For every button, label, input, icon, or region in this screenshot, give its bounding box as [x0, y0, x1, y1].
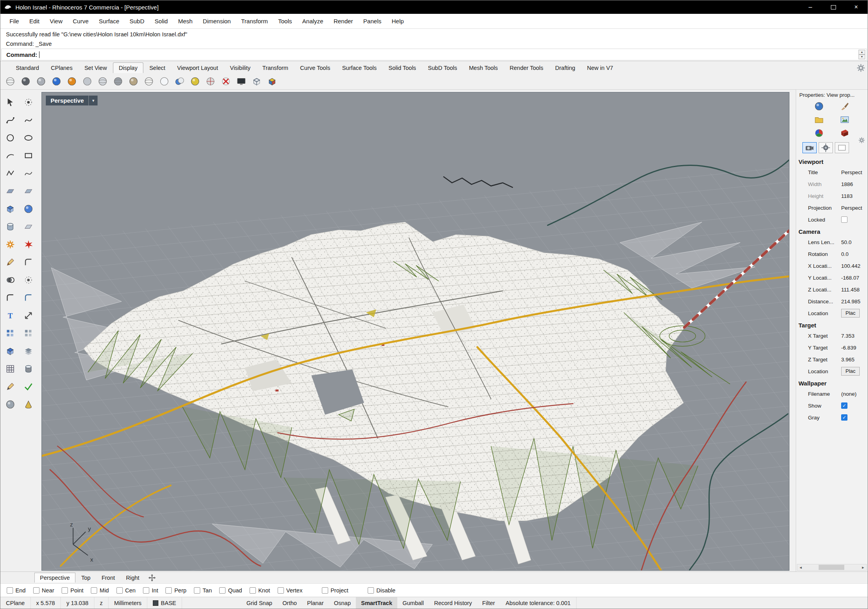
point-checkbox[interactable] [62, 587, 68, 594]
wallpaper-properties-button[interactable] [835, 142, 849, 153]
backface-display-icon[interactable] [204, 75, 217, 88]
tab-viewport-layout[interactable]: Viewport Layout [171, 62, 224, 73]
end-checkbox[interactable] [7, 587, 13, 594]
technical-display-icon[interactable] [111, 75, 125, 88]
lens-properties-button[interactable] [819, 142, 833, 153]
toolbar-gear-icon[interactable] [856, 63, 864, 71]
viewport-menu-arrow-icon[interactable]: ▼ [89, 96, 98, 105]
cylinder-tool-icon[interactable] [2, 220, 19, 234]
array-tool-icon[interactable] [2, 326, 19, 340]
viewport-title[interactable]: Perspective [46, 96, 88, 105]
boolean-tool-icon[interactable] [2, 273, 19, 287]
show-checkbox[interactable]: ✓ [841, 402, 847, 409]
tab-subd-tools[interactable]: SubD Tools [422, 62, 463, 73]
connect-tool-icon[interactable] [20, 255, 37, 269]
drafting-tool-icon[interactable] [2, 380, 19, 394]
surface-patch-tool-icon[interactable] [20, 184, 37, 198]
menu-subd[interactable]: SubD [124, 14, 150, 28]
command-input[interactable]: Command: ▲ ▼ [1, 49, 867, 60]
osnap-point[interactable]: Point [62, 587, 83, 594]
join-tool-icon[interactable] [2, 291, 19, 305]
wireframe-display-icon[interactable] [4, 75, 17, 88]
project-checkbox[interactable] [322, 587, 328, 594]
menu-dimension[interactable]: Dimension [198, 14, 236, 28]
rendered-display-icon[interactable] [50, 75, 63, 88]
extrude-tool-icon[interactable] [20, 220, 37, 234]
osnap-end[interactable]: End [7, 587, 26, 594]
column-tool-icon[interactable] [20, 362, 37, 376]
tab-render-tools[interactable]: Render Tools [504, 62, 549, 73]
edit-tool-icon[interactable] [2, 255, 19, 269]
display-color-icon[interactable] [814, 128, 824, 138]
freeform-curve-tool-icon[interactable] [20, 113, 37, 127]
status-millimeters[interactable]: Millimeters [109, 597, 147, 609]
int-checkbox[interactable] [143, 587, 149, 594]
scroll-left-icon[interactable]: ◄ [797, 566, 804, 570]
text-tool-icon[interactable]: T [2, 308, 19, 323]
ghosted-display-icon[interactable] [34, 75, 48, 88]
panel-gear-icon[interactable] [858, 136, 866, 144]
artistic-display-icon[interactable] [127, 75, 140, 88]
menu-file[interactable]: File [4, 14, 24, 28]
layers-tool-icon[interactable] [20, 344, 37, 358]
tab-mesh-tools[interactable]: Mesh Tools [463, 62, 504, 73]
status-grid-snap[interactable]: Grid Snap [241, 597, 277, 609]
osnap-knot[interactable]: Knot [250, 587, 270, 594]
minimize-button[interactable]: – [799, 0, 822, 14]
gray-checkbox[interactable]: ✓ [841, 414, 847, 421]
tab-drafting[interactable]: Drafting [549, 62, 581, 73]
menu-curve[interactable]: Curve [68, 14, 94, 28]
status-absolute-tolerance-0-001[interactable]: Absolute tolerance: 0.001 [500, 597, 576, 609]
camera-properties-button[interactable] [802, 142, 817, 153]
tab-set-view[interactable]: Set View [79, 62, 113, 73]
helix-tool-icon[interactable] [20, 166, 37, 180]
grid-snap-tool-icon[interactable] [2, 362, 19, 376]
folder-icon[interactable] [814, 115, 824, 125]
gumball-tool-icon[interactable] [2, 344, 19, 358]
menu-help[interactable]: Help [387, 14, 409, 28]
clipping-plane-icon[interactable] [219, 75, 233, 88]
ellipse-tool-icon[interactable] [20, 131, 37, 145]
shaded-display-icon[interactable] [19, 75, 32, 88]
osnap-tan[interactable]: Tan [194, 587, 212, 594]
menu-edit[interactable]: Edit [24, 14, 45, 28]
circle-tool-icon[interactable] [2, 131, 19, 145]
wire-box-display-icon[interactable] [250, 75, 263, 88]
tab-surface-tools[interactable]: Surface Tools [336, 62, 383, 73]
status-smarttrack[interactable]: SmartTrack [356, 597, 397, 609]
tab-cplanes[interactable]: CPlanes [45, 62, 79, 73]
tab-transform[interactable]: Transform [256, 62, 294, 73]
status-filter[interactable]: Filter [477, 597, 500, 609]
point-tool-icon[interactable] [20, 95, 37, 109]
osnap-disable[interactable]: Disable [368, 587, 395, 594]
location-button[interactable]: Plac [841, 309, 860, 318]
arc-tool-icon[interactable] [2, 148, 19, 163]
perp-checkbox[interactable] [165, 587, 172, 594]
tab-visibility[interactable]: Visibility [224, 62, 256, 73]
paintbrush-icon[interactable] [840, 101, 850, 111]
orbit-tool-icon[interactable] [2, 397, 19, 412]
copy-tool-icon[interactable] [20, 326, 37, 340]
status-z[interactable]: z [94, 597, 109, 609]
view-tab-right[interactable]: Right [121, 573, 145, 583]
xray-display-icon[interactable] [96, 75, 109, 88]
control-point-curve-tool-icon[interactable] [2, 113, 19, 127]
disable-checkbox[interactable] [368, 587, 374, 594]
surface-plane-tool-icon[interactable] [2, 184, 19, 198]
object-properties-icon[interactable] [814, 101, 824, 111]
cen-checkbox[interactable] [116, 587, 123, 594]
pen-display-icon[interactable] [142, 75, 156, 88]
locked-checkbox[interactable] [841, 216, 847, 223]
menu-transform[interactable]: Transform [236, 14, 273, 28]
raytraced-display-icon[interactable] [173, 75, 186, 88]
status-planar[interactable]: Planar [302, 597, 329, 609]
osnap-cen[interactable]: Cen [116, 587, 136, 594]
osnap-near[interactable]: Near [33, 587, 54, 594]
tab-select[interactable]: Select [143, 62, 171, 73]
view-tab-top[interactable]: Top [76, 573, 96, 583]
tab-curve-tools[interactable]: Curve Tools [294, 62, 336, 73]
tab-new-in-v7[interactable]: New in V7 [581, 62, 619, 73]
sun-display-icon[interactable] [65, 75, 79, 88]
fullscreen-display-icon[interactable] [235, 75, 248, 88]
fillet-curve-tool-icon[interactable] [20, 291, 37, 305]
